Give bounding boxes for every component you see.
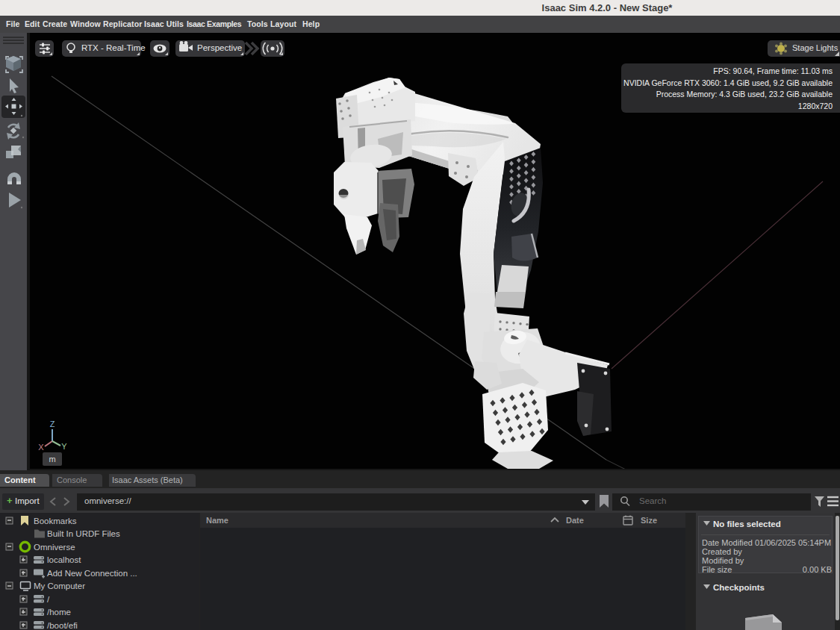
svg-text:Y: Y xyxy=(61,442,67,451)
svg-text:X: X xyxy=(38,443,44,451)
svg-text:Z: Z xyxy=(50,420,55,428)
